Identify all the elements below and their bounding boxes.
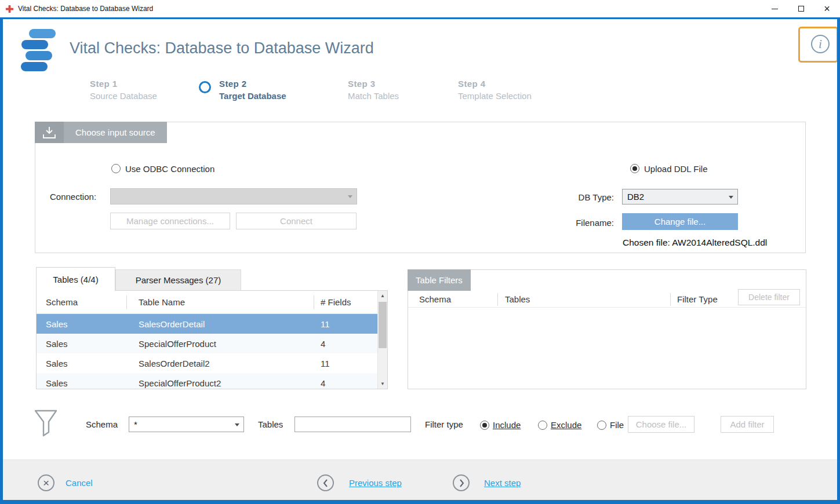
- previous-step-icon[interactable]: [317, 474, 334, 491]
- file-radio[interactable]: [597, 421, 606, 430]
- column-divider: [670, 293, 671, 306]
- table-filters-header: Table Filters: [408, 269, 471, 291]
- maximize-button[interactable]: [788, 0, 814, 17]
- logo-bar: [26, 51, 52, 60]
- tab-parser-messages[interactable]: Parser Messages (27): [115, 269, 241, 291]
- step-4: Step 4 Template Selection: [458, 79, 532, 101]
- tab-tables[interactable]: Tables (4/4): [36, 267, 115, 291]
- app-icon: [5, 5, 14, 13]
- scrollbar-thumb[interactable]: [379, 302, 387, 348]
- filter-column-tables: Tables: [505, 294, 530, 304]
- column-divider: [497, 293, 498, 306]
- filter-schema-label: Schema: [86, 419, 118, 429]
- next-step-link[interactable]: Next step: [484, 478, 521, 488]
- column-divider: [126, 295, 127, 309]
- filter-column-schema: Schema: [419, 294, 451, 304]
- input-source-header: Choose input source: [35, 122, 167, 143]
- window-controls: [762, 0, 840, 17]
- filter-schema-select[interactable]: *: [129, 417, 244, 432]
- include-radio[interactable]: [480, 421, 489, 430]
- db-type-select-value: DB2: [627, 192, 644, 202]
- cell-table-name: SpecialOfferProduct: [126, 339, 314, 349]
- cell-schema: Sales: [37, 339, 126, 349]
- step-3-label: Match Tables: [348, 91, 399, 101]
- cell-schema: Sales: [37, 319, 126, 329]
- previous-step-link[interactable]: Previous step: [349, 478, 402, 488]
- logo-bar: [21, 40, 48, 49]
- chosen-file-text: Chosen file: AW2014AlteredSQL.ddl: [623, 238, 767, 248]
- cell-table-name: SalesOrderDetail: [126, 319, 314, 329]
- next-step-icon[interactable]: [453, 474, 470, 491]
- db-type-select[interactable]: DB2: [622, 189, 738, 204]
- minimize-button[interactable]: [762, 0, 788, 17]
- exclude-radio[interactable]: [538, 421, 547, 430]
- delete-filter-button[interactable]: Delete filter: [738, 289, 800, 305]
- tables-grid-header: Schema Table Name # Fields: [37, 291, 387, 314]
- current-step-icon: [199, 81, 211, 93]
- cell-fields: 4: [314, 339, 325, 349]
- cell-fields: 4: [314, 378, 325, 388]
- table-row[interactable]: Sales SalesOrderDetail2 11: [37, 353, 387, 373]
- step-2: Step 2 Target Database: [219, 79, 286, 101]
- scroll-down-icon[interactable]: [378, 379, 387, 389]
- add-filter-button[interactable]: Add filter: [721, 416, 774, 433]
- window-frame-top: [0, 17, 840, 19]
- scroll-up-icon[interactable]: [378, 291, 387, 301]
- step-1-label: Source Database: [90, 91, 157, 101]
- column-header-table-name: Table Name: [126, 297, 314, 307]
- connection-select[interactable]: [110, 188, 357, 204]
- info-icon[interactable]: [811, 35, 830, 53]
- file-radio-label[interactable]: File: [610, 420, 624, 430]
- column-divider: [314, 295, 314, 309]
- step-3: Step 3 Match Tables: [348, 79, 399, 101]
- window-frame-bottom: [0, 500, 840, 504]
- step-2-label: Target Database: [219, 91, 286, 101]
- manage-connections-button[interactable]: Manage connections...: [110, 213, 230, 229]
- filter-type-label: Filter type: [425, 419, 463, 429]
- chevron-down-icon: [729, 196, 733, 199]
- chevron-down-icon: [235, 423, 239, 426]
- cell-table-name: SpecialOfferProduct2: [126, 378, 314, 388]
- funnel-icon: [34, 409, 58, 439]
- maximize-icon: [798, 6, 804, 12]
- step-4-number: Step 4: [458, 79, 532, 89]
- include-radio-label[interactable]: Include: [493, 420, 521, 430]
- change-file-button[interactable]: Change file...: [622, 213, 738, 230]
- step-3-number: Step 3: [348, 79, 399, 89]
- app-logo: [21, 29, 58, 73]
- close-button[interactable]: [814, 0, 840, 17]
- table-row[interactable]: Sales SalesOrderDetail 11: [37, 314, 387, 334]
- chevron-down-icon: [348, 195, 352, 198]
- minimize-icon: [772, 9, 778, 9]
- table-filters-title: Table Filters: [408, 269, 471, 291]
- title-bar: Vital Checks: Database to Database Wizar…: [0, 0, 840, 17]
- db-type-label: DB Type:: [533, 192, 614, 202]
- step-1: Step 1 Source Database: [90, 79, 157, 101]
- window-frame-right: [837, 17, 840, 504]
- input-source-panel: Choose input source Use ODBC Connection …: [35, 122, 806, 253]
- table-row[interactable]: Sales SpecialOfferProduct2 4: [37, 373, 387, 389]
- filter-tables-label: Tables: [258, 419, 283, 429]
- cancel-icon[interactable]: [38, 474, 54, 491]
- filter-tables-input[interactable]: [294, 417, 411, 432]
- choose-file-button[interactable]: Choose file...: [628, 416, 694, 433]
- odbc-connection-radio[interactable]: [111, 164, 121, 173]
- upload-ddl-radio-label[interactable]: Upload DDL File: [644, 164, 708, 174]
- filter-column-filter-type: Filter Type: [677, 294, 718, 304]
- odbc-connection-radio-label[interactable]: Use ODBC Connection: [125, 164, 214, 174]
- filter-schema-select-value: *: [134, 419, 137, 429]
- column-header-schema: Schema: [37, 297, 126, 307]
- exclude-radio-label[interactable]: Exclude: [551, 420, 581, 430]
- logo-bar: [21, 62, 48, 71]
- tables-scrollbar[interactable]: [377, 291, 387, 389]
- step-4-label: Template Selection: [458, 91, 532, 101]
- table-filters-panel: Table Filters Schema Tables Filter Type …: [408, 269, 806, 389]
- step-1-number: Step 1: [90, 79, 157, 89]
- upload-ddl-radio[interactable]: [630, 164, 639, 173]
- connection-label: Connection:: [50, 192, 96, 202]
- tables-grid: Schema Table Name # Fields Sales SalesOr…: [36, 290, 388, 389]
- connect-button[interactable]: Connect: [236, 213, 357, 229]
- close-icon: [824, 3, 830, 14]
- cancel-link[interactable]: Cancel: [66, 478, 93, 488]
- table-row[interactable]: Sales SpecialOfferProduct 4: [37, 334, 387, 353]
